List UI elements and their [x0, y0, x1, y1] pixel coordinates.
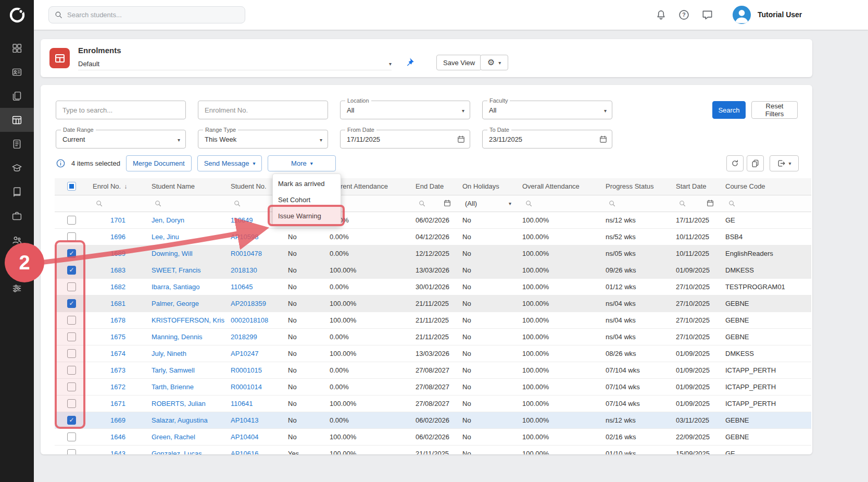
from-date-field[interactable]: From Date 17/11/2025 — [340, 130, 470, 149]
table-row[interactable]: 1643Gonzalez, LucasAP10616Yes100.00%21/1… — [55, 445, 811, 454]
table-row[interactable]: 1673Tarly, SamwellR0001015No0.00%27/08/2… — [55, 362, 811, 378]
merge-document-button[interactable]: Merge Document — [126, 155, 192, 171]
app-logo[interactable] — [0, 0, 34, 30]
calendar-icon[interactable] — [599, 135, 608, 144]
cell-student-name[interactable]: KRISTOFFERSON, Kris — [147, 312, 227, 328]
cell-student-no[interactable]: AP2018359 — [227, 295, 284, 312]
calendar-icon[interactable] — [457, 135, 466, 144]
search-button[interactable]: Search — [712, 101, 746, 119]
table-row[interactable]: 1674July, NinethAP10247No100.00%13/03/20… — [55, 345, 811, 362]
sidebar-item-contacts[interactable] — [0, 60, 34, 84]
sidebar-item-enrolments[interactable] — [0, 108, 34, 132]
save-view-button[interactable]: Save View — [436, 55, 482, 70]
cell-student-no[interactable]: 110645 — [227, 278, 284, 295]
sidebar-item-invoices[interactable] — [0, 132, 34, 156]
filter-overall-attendance[interactable] — [518, 195, 601, 212]
cell-enrol-no[interactable]: 1673 — [89, 362, 147, 378]
filter-student-name[interactable] — [147, 195, 227, 212]
send-message-button[interactable]: Send Message ▾ — [197, 155, 262, 171]
filter-start-date[interactable] — [672, 195, 721, 212]
select-all-checkbox[interactable] — [67, 182, 76, 191]
location-select[interactable]: Location All ▾ — [340, 101, 470, 119]
table-row[interactable]: 1669Salazar, AugustinaAP10413No0.00%06/0… — [55, 412, 811, 428]
export-button[interactable]: ▾ — [770, 155, 799, 171]
cell-enrol-no[interactable]: 1671 — [89, 395, 147, 412]
cell-student-name[interactable]: Palmer, George — [147, 295, 227, 312]
cell-student-no[interactable]: 2018299 — [227, 328, 284, 345]
cell-student-no[interactable]: AP10413 — [227, 412, 284, 428]
calendar-icon[interactable] — [706, 199, 714, 207]
cell-enrol-no[interactable]: 1675 — [89, 328, 147, 345]
filter-enrol-no[interactable] — [89, 195, 147, 212]
avatar[interactable] — [733, 6, 751, 24]
cell-student-name[interactable]: ROBERTS, Julian — [147, 395, 227, 412]
filter-progress-status[interactable] — [601, 195, 672, 212]
reset-filters-button[interactable]: Reset Filters — [751, 101, 798, 119]
chat-icon[interactable] — [701, 9, 713, 21]
sidebar-item-classes[interactable] — [0, 180, 34, 204]
cell-enrol-no[interactable]: 1643 — [89, 445, 147, 454]
cell-enrol-no[interactable]: 1681 — [89, 295, 147, 312]
more-button[interactable]: More ▾ — [268, 155, 336, 171]
cell-student-name[interactable]: July, Nineth — [147, 345, 227, 362]
col-start-date[interactable]: Start Date — [672, 178, 721, 195]
cell-student-no[interactable]: 0002018108 — [227, 312, 284, 328]
cell-enrol-no[interactable]: 1674 — [89, 345, 147, 362]
view-settings-button[interactable]: ⚙ ▾ — [480, 55, 508, 70]
col-course-code[interactable]: Course Code — [721, 178, 811, 195]
enrolment-no-input[interactable] — [198, 101, 328, 119]
view-selector[interactable]: Default ▾ — [78, 58, 392, 70]
table-row[interactable]: 1682Ibarra, Santiago110645No0.00%30/01/2… — [55, 278, 811, 295]
filter-on-holidays[interactable]: (All)▾ — [458, 195, 518, 212]
cell-enrol-no[interactable]: 1646 — [89, 428, 147, 445]
cell-student-name[interactable]: Green, Rachel — [147, 428, 227, 445]
table-row[interactable]: 1671ROBERTS, Julian110641No100.00%27/08/… — [55, 395, 811, 412]
row-checkbox[interactable] — [67, 432, 76, 441]
col-overall-attendance[interactable]: Overall Attendance — [518, 178, 601, 195]
filter-end-date[interactable] — [411, 195, 458, 212]
cell-student-name[interactable]: Tarth, Brienne — [147, 378, 227, 395]
cell-student-name[interactable]: Ibarra, Santiago — [147, 278, 227, 295]
refresh-button[interactable] — [726, 155, 744, 171]
cell-student-name[interactable]: Tarly, Samwell — [147, 362, 227, 378]
cell-student-no[interactable]: AP10247 — [227, 345, 284, 362]
notifications-bell-icon[interactable] — [655, 9, 667, 21]
table-row[interactable]: 1681Palmer, GeorgeAP2018359No100.00%21/1… — [55, 295, 811, 312]
to-date-field[interactable]: To Date 23/11/2025 — [482, 130, 612, 149]
cell-student-name[interactable]: Salazar, Augustina — [147, 412, 227, 428]
menu-item-mark-as-arrived[interactable]: Mark as arrived — [273, 176, 341, 192]
table-row[interactable]: 1646Green, RachelAP10404No100.00%06/02/2… — [55, 428, 811, 445]
global-search[interactable] — [48, 6, 245, 23]
cell-student-name[interactable]: Manning, Dennis — [147, 328, 227, 345]
column-chooser-button[interactable] — [747, 155, 764, 171]
sidebar-item-documents[interactable] — [0, 84, 34, 108]
col-progress-status[interactable]: Progress Status — [601, 178, 672, 195]
col-student-name[interactable]: Student Name — [147, 178, 227, 195]
col-end-date[interactable]: End Date — [411, 178, 458, 195]
sidebar-item-courses[interactable] — [0, 156, 34, 180]
cell-enrol-no[interactable]: 1682 — [89, 278, 147, 295]
faculty-select[interactable]: Faculty All ▾ — [482, 101, 612, 119]
cell-student-no[interactable]: AP10404 — [227, 428, 284, 445]
cell-student-name[interactable]: Gonzalez, Lucas — [147, 445, 227, 454]
cell-enrol-no[interactable]: 1672 — [89, 378, 147, 395]
quick-search-field[interactable] — [56, 101, 186, 119]
col-enrol-no[interactable]: Enrol No.↓ — [89, 178, 147, 195]
table-row[interactable]: 1678KRISTOFFERSON, Kris0002018108No100.0… — [55, 312, 811, 328]
table-row[interactable]: 1672Tarth, BrienneR0001014No0.00%27/08/2… — [55, 378, 811, 395]
col-on-holidays[interactable]: On Holidays — [458, 178, 518, 195]
cell-student-no[interactable]: R0001014 — [227, 378, 284, 395]
cell-enrol-no[interactable]: 1678 — [89, 312, 147, 328]
filter-course-code[interactable] — [721, 195, 811, 212]
pin-icon[interactable] — [404, 57, 415, 68]
row-checkbox[interactable] — [67, 449, 76, 454]
range-type-select[interactable]: Range Type This Week ▾ — [198, 130, 328, 149]
quick-search-input[interactable] — [56, 101, 185, 119]
cell-student-no[interactable]: AP10616 — [227, 445, 284, 454]
enrolment-no-field[interactable] — [198, 101, 328, 119]
table-row[interactable]: 1675Manning, Dennis2018299No0.00%21/11/2… — [55, 328, 811, 345]
help-icon[interactable]: ? — [678, 9, 690, 21]
sidebar-item-dashboard[interactable] — [0, 36, 34, 60]
cell-student-no[interactable]: 110641 — [227, 395, 284, 412]
date-range-select[interactable]: Date Range Current ▾ — [56, 130, 186, 149]
